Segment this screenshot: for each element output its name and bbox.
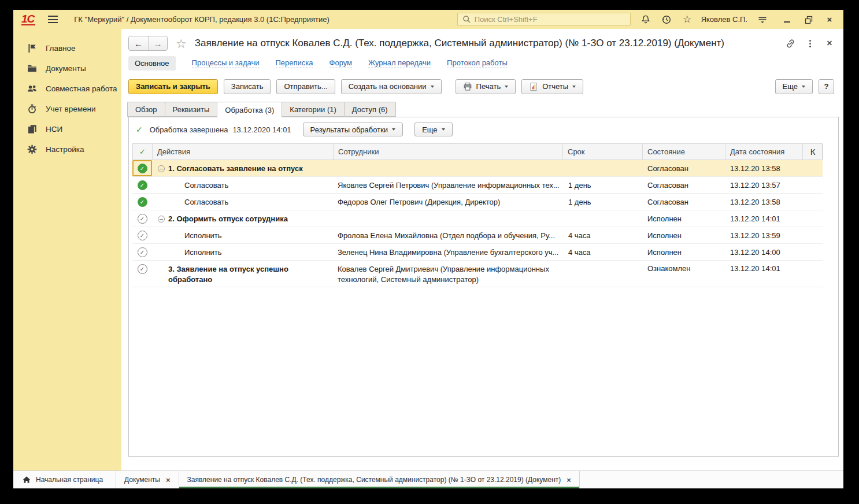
employee-cell	[333, 160, 562, 176]
sidebar-item-label: Учет времени	[46, 105, 96, 113]
action-label: Исполнить	[184, 231, 222, 240]
column-header-actions[interactable]: Действия	[153, 144, 334, 160]
action-cell: Согласовать	[152, 194, 333, 210]
flag-icon	[27, 43, 38, 54]
term-cell: 4 часа	[562, 244, 642, 260]
search-input[interactable]	[475, 15, 625, 24]
service-menu-icon[interactable]	[757, 14, 768, 25]
sidebar-item-glavnoe[interactable]: Главное	[13, 38, 121, 58]
save-and-close-button[interactable]: Записать и закрыть	[128, 79, 218, 94]
tab-rekvizity[interactable]: Реквизиты	[165, 102, 217, 117]
nav-link-forum[interactable]: Форум	[329, 58, 353, 68]
status-check-icon[interactable]: ✓	[136, 125, 143, 134]
document-header: ← → ☆ Заявление на отпуск Ковалев С.Д. (…	[128, 34, 835, 53]
print-button[interactable]: Печать	[456, 79, 516, 94]
nav-link-zhurnal-peredachi[interactable]: Журнал передачи	[368, 58, 431, 68]
table-row[interactable]: ✓1. Согласовать заявление на отпускСогла…	[132, 160, 823, 177]
state-cell: Согласован	[642, 194, 725, 210]
table-row[interactable]: ✓СогласоватьФедоров Олег Петрович (Дирек…	[132, 194, 823, 210]
action-cell: Исполнить	[152, 244, 333, 260]
panel-more-button[interactable]: Еще	[414, 123, 452, 136]
nav-link-protokol-raboty[interactable]: Протокол работы	[447, 58, 508, 68]
tab-obzor[interactable]: Обзор	[127, 102, 165, 117]
tab-dostup[interactable]: Доступ (6)	[344, 102, 396, 117]
tab-obrabotka[interactable]: Обработка (3)	[217, 102, 282, 117]
back-button[interactable]: ←	[129, 36, 148, 50]
create-based-on-button[interactable]: Создать на основании	[341, 79, 442, 94]
sidebar-item-sovmestnaya-rabota[interactable]: Совместная работа	[13, 79, 121, 99]
reports-button[interactable]: Отчеты	[521, 79, 583, 94]
row-status-cell: ✓	[132, 177, 152, 193]
row-status-cell: ✓	[132, 244, 152, 260]
table-row[interactable]: ✓2. Оформить отпуск сотрудникаИсполнен13…	[132, 210, 823, 227]
taskbar-tab-label: Документы	[124, 476, 160, 484]
table-row[interactable]: ✓3. Заявление на отпуск успешно обработа…	[132, 261, 823, 287]
print-label: Печать	[476, 82, 501, 91]
close-tab-icon[interactable]: ×	[567, 476, 571, 484]
sidebar-item-dokumenty[interactable]: Документы	[13, 58, 121, 79]
processing-table: ✓ Действия Сотрудники Срок Состояние Дат…	[132, 143, 823, 287]
state-date-cell: 13.12.20 14:01	[725, 210, 802, 227]
action-label: Исполнить	[184, 248, 222, 257]
forward-button[interactable]: →	[148, 36, 167, 50]
collapse-icon[interactable]	[158, 216, 165, 223]
processing-results-button[interactable]: Результаты обработки	[303, 123, 403, 136]
term-cell: 4 часа	[562, 227, 642, 243]
link-icon[interactable]	[784, 38, 796, 49]
collapse-icon[interactable]	[158, 165, 165, 172]
nav-link-perepiska[interactable]: Переписка	[276, 58, 313, 68]
close-tab-icon[interactable]: ×	[166, 476, 171, 484]
user-name[interactable]: Яковлев С.П.	[701, 15, 747, 24]
save-button[interactable]: Записать	[224, 79, 271, 94]
state-cell: Исполнен	[642, 227, 725, 243]
app-title: ГК "Меркурий" / Документооборот КОРП, ре…	[74, 15, 329, 24]
taskbar-tab-dokumenty[interactable]: Документы ×	[116, 471, 179, 488]
column-header-status[interactable]: ✓	[133, 144, 153, 160]
taskbar-tab-current-document[interactable]: Заявление на отпуск Ковалев С.Д. (Тех. п…	[179, 471, 580, 488]
home-page-tab[interactable]: Начальная страница	[13, 471, 116, 488]
help-button[interactable]: ?	[819, 79, 834, 94]
save-label: Записать	[231, 82, 264, 91]
sidebar-item-label: НСИ	[46, 125, 62, 134]
sidebar-item-nastroyka[interactable]: Настройка	[13, 139, 121, 160]
table-row[interactable]: ✓ИсполнитьЗеленец Нина Владимировна (Упр…	[132, 244, 823, 261]
completed-green-icon: ✓	[138, 197, 147, 207]
k-cell	[802, 210, 823, 227]
tab-osnovnoe[interactable]: Основное	[128, 56, 176, 71]
nav-link-processy-i-zadachi[interactable]: Процессы и задачи	[192, 58, 260, 68]
favorite-star-icon[interactable]: ☆	[176, 38, 187, 50]
gear-icon	[27, 144, 38, 155]
action-label: Согласовать	[184, 198, 228, 206]
main-menu-icon[interactable]	[48, 16, 58, 23]
more-button[interactable]: Еще	[775, 79, 813, 94]
more-dots-icon[interactable]	[804, 38, 816, 49]
sidebar-item-nsi[interactable]: НСИ	[13, 119, 121, 139]
app-window: 1С ГК "Меркурий" / Документооборот КОРП,…	[13, 10, 843, 488]
tab-kategorii[interactable]: Категории (1)	[282, 102, 344, 117]
sidebar-item-uchet-vremeni[interactable]: Учет времени	[13, 99, 121, 119]
column-header-term[interactable]: Срок	[563, 144, 643, 160]
favorites-star-icon[interactable]: ☆	[682, 14, 693, 25]
column-header-k[interactable]: К	[803, 144, 823, 160]
minimize-button[interactable]	[781, 14, 793, 25]
employee-cell: Фролова Елена Михайловна (Отдел подбора …	[333, 227, 562, 243]
column-header-state-date[interactable]: Дата состояния	[725, 144, 803, 160]
global-search[interactable]	[457, 13, 631, 26]
notifications-bell-icon[interactable]	[640, 14, 651, 25]
completed-gray-icon: ✓	[138, 231, 147, 240]
send-button[interactable]: Отправить...	[276, 79, 335, 94]
title-bar: 1С ГК "Меркурий" / Документооборот КОРП,…	[13, 10, 843, 29]
restore-button[interactable]	[803, 14, 814, 25]
state-cell: Исполнен	[642, 244, 725, 260]
table-row[interactable]: ✓СогласоватьЯковлев Сергей Петрович (Упр…	[132, 177, 823, 194]
k-cell	[802, 194, 823, 210]
check-icon: ✓	[139, 147, 146, 156]
column-header-employees[interactable]: Сотрудники	[334, 144, 563, 160]
sidebar-item-label: Главное	[46, 44, 76, 53]
history-icon[interactable]	[661, 14, 672, 25]
close-window-button[interactable]: ×	[824, 14, 835, 25]
table-row[interactable]: ✓ИсполнитьФролова Елена Михайловна (Отде…	[132, 227, 823, 244]
row-status-cell: ✓	[132, 261, 152, 287]
close-document-icon[interactable]: ×	[824, 38, 835, 49]
column-header-state[interactable]: Состояние	[643, 144, 725, 160]
